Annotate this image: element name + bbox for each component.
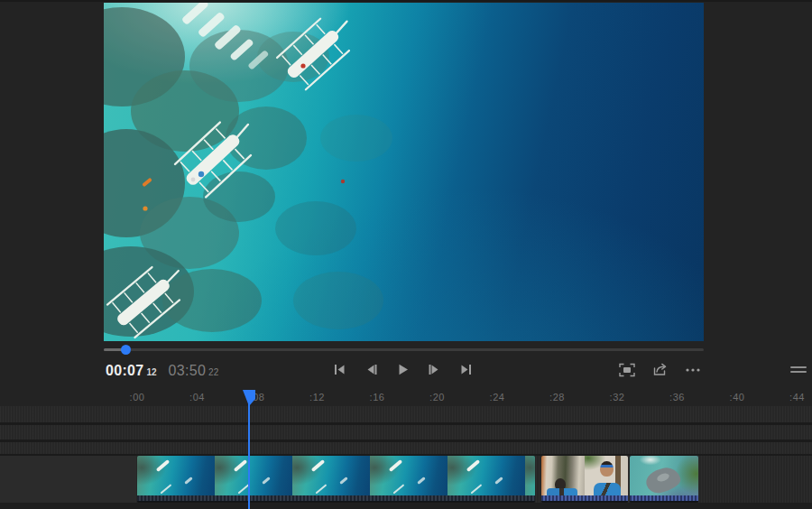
clip-thumbnail-aerial: [370, 456, 448, 495]
audio-waveform: [137, 495, 535, 501]
control-bar: 00:071203:5022: [0, 359, 812, 388]
ruler-tick-label: :20: [429, 392, 445, 403]
timeline-bottom-strip: [0, 503, 812, 509]
more-options-button[interactable]: [685, 363, 701, 377]
scrubber-thumb[interactable]: [121, 345, 131, 355]
track-header: [0, 456, 135, 503]
timecode-total: 03:50: [169, 363, 207, 378]
timecode-current: 00:07: [106, 363, 143, 378]
playhead-marker[interactable]: [243, 390, 255, 410]
ruler-tick-label: :24: [490, 392, 505, 403]
skip-to-start-button[interactable]: [333, 363, 346, 376]
clip-thumbnail-aerial: [525, 456, 535, 495]
fullscreen-button[interactable]: [619, 363, 635, 377]
empty-track-lane-2: [0, 425, 812, 440]
empty-track-lane-3: [0, 442, 812, 454]
step-back-button[interactable]: [364, 363, 378, 376]
video-preview: [104, 3, 704, 341]
audio-waveform: [541, 495, 628, 501]
preview-scrubber[interactable]: [104, 348, 704, 351]
panel-drag-handle-icon[interactable]: [790, 366, 807, 375]
play-button[interactable]: [396, 363, 410, 376]
timeline-ruler[interactable]: :00:04:08:12:16:20:24:28:32:36:40:44: [0, 389, 812, 406]
ruler-tick-label: :28: [549, 392, 565, 403]
video-editor-app: 00:071203:5022: [0, 0, 812, 509]
ruler-tick-label: :32: [610, 392, 625, 403]
top-edge-strip: [0, 0, 812, 2]
clip-thumbnail-lagoon: [630, 456, 698, 495]
clip-thumbnails: [541, 456, 628, 495]
ruler-tick-label: :00: [130, 392, 145, 403]
clip-thumbnail-aerial: [292, 456, 370, 495]
export-share-icon[interactable]: [652, 363, 668, 377]
clip-thumbnail-people-a: [541, 456, 585, 495]
timecode-total-frames: 22: [208, 367, 218, 377]
empty-track-lane-1: [0, 406, 812, 422]
audio-waveform: [630, 495, 698, 501]
clip-thumbnails: [630, 456, 698, 495]
skip-to-end-button[interactable]: [459, 363, 473, 376]
timeline-clip-people[interactable]: [541, 456, 628, 503]
clip-thumbnails: [137, 456, 535, 495]
timeline-clip-lagoon[interactable]: [630, 456, 698, 503]
ruler-tick-label: :40: [730, 392, 745, 403]
timeline-clip-aerial[interactable]: [137, 456, 535, 503]
transport-controls: [333, 363, 473, 376]
step-forward-button[interactable]: [428, 363, 441, 376]
clip-thumbnail-people-b: [585, 456, 628, 495]
player-options: [619, 363, 701, 377]
clip-thumbnail-aerial: [448, 456, 525, 495]
ruler-tick-label: :36: [669, 392, 685, 403]
timecode-display: 00:071203:5022: [106, 363, 218, 379]
ruler-tick-label: :12: [309, 392, 325, 403]
clip-thumbnail-aerial: [137, 456, 215, 495]
timecode-current-frames: 12: [146, 367, 156, 377]
ruler-tick-label: :16: [370, 392, 385, 403]
ruler-tick-label: :04: [189, 392, 205, 403]
ruler-tick-label: :44: [789, 392, 805, 403]
clip-thumbnail-aerial: [215, 456, 292, 495]
